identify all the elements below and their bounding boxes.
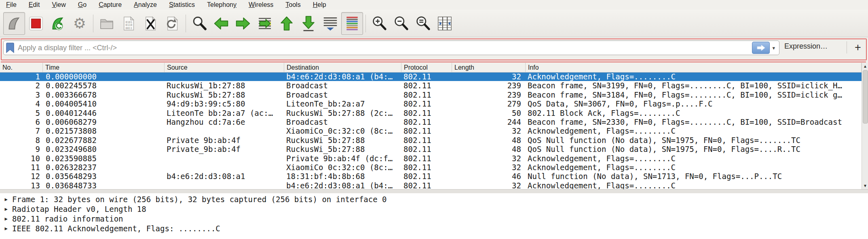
packet-row-12[interactable]: 120.035648293b4:e6:2d:d3:08:a118:31:bf:4… bbox=[0, 172, 862, 181]
cell-time: 0.035648293 bbox=[43, 172, 165, 181]
column-header-length[interactable]: Length bbox=[452, 63, 526, 72]
cell-length: 32 bbox=[452, 72, 526, 81]
cell-protocol: 802.11 bbox=[401, 99, 452, 108]
save-file-button[interactable]: 010101100011 bbox=[118, 12, 139, 35]
column-header-source[interactable]: Source bbox=[165, 63, 284, 72]
packet-row-4[interactable]: 40.00400541094:d9:b3:99:c5:80LiteonTe_bb… bbox=[0, 99, 862, 108]
first-packet-up-arrow-icon bbox=[279, 15, 295, 32]
cell-no: 11 bbox=[0, 163, 43, 172]
reload-file-button[interactable] bbox=[161, 12, 183, 35]
toolbar-separator bbox=[365, 15, 366, 32]
back-arrow-icon bbox=[213, 15, 229, 32]
menu-statistics[interactable]: Statistics bbox=[163, 0, 201, 10]
close-file-button[interactable] bbox=[139, 12, 161, 35]
packet-row-8[interactable]: 80.022677882Private_9b:ab:4fRuckusWi_5b:… bbox=[0, 136, 862, 145]
colorize-icon bbox=[344, 15, 360, 32]
filter-dropdown-caret[interactable]: ▾ bbox=[772, 45, 775, 51]
cell-length: 46 bbox=[452, 172, 526, 181]
column-header-destination[interactable]: Destination bbox=[284, 63, 401, 72]
expand-arrow-icon[interactable]: ▶ bbox=[0, 224, 12, 233]
go-first-packet-button[interactable] bbox=[276, 12, 298, 35]
packet-row-2[interactable]: 20.002245578RuckusWi_1b:27:88Broadcast80… bbox=[0, 81, 862, 90]
open-file-button[interactable] bbox=[96, 12, 118, 35]
gear-icon: ⚙ bbox=[73, 16, 86, 31]
menu-tools[interactable]: Tools bbox=[279, 0, 306, 10]
detail-row-1[interactable]: ▶Frame 1: 32 bytes on wire (256 bits), 3… bbox=[0, 194, 868, 204]
cell-time: 0.004005410 bbox=[43, 99, 165, 108]
go-to-packet-button[interactable] bbox=[254, 12, 276, 35]
display-filter-input[interactable] bbox=[15, 43, 752, 53]
packet-row-3[interactable]: 30.003366678RuckusWi_5b:27:88Broadcast80… bbox=[0, 90, 862, 99]
resize-columns-button[interactable] bbox=[434, 12, 456, 35]
packet-list-scrollbar[interactable]: ▲ ▼ bbox=[862, 63, 868, 189]
zoom-in-button[interactable] bbox=[368, 12, 390, 35]
go-forward-button[interactable] bbox=[232, 12, 254, 35]
folder-icon bbox=[99, 15, 115, 32]
search-icon bbox=[191, 15, 207, 32]
zoom-out-button[interactable] bbox=[390, 12, 412, 35]
go-back-button[interactable] bbox=[210, 12, 232, 35]
column-header-protocol[interactable]: Protocol bbox=[401, 63, 452, 72]
packet-list: 10.000000000b4:e6:2d:d3:08:a1 (b4:…802.1… bbox=[0, 72, 862, 189]
menu-help[interactable]: Help bbox=[307, 0, 332, 10]
filter-bookmark-icon[interactable] bbox=[6, 43, 15, 53]
add-filter-button[interactable]: + bbox=[851, 39, 865, 56]
scroll-down-icon[interactable]: ▼ bbox=[862, 182, 868, 189]
detail-row-4[interactable]: ▶IEEE 802.11 Acknowledgement, Flags: ...… bbox=[0, 224, 868, 233]
packet-row-1[interactable]: 10.000000000b4:e6:2d:d3:08:a1 (b4:…802.1… bbox=[0, 72, 862, 81]
cell-no: 3 bbox=[0, 90, 43, 99]
column-header-no[interactable]: No. bbox=[0, 63, 43, 72]
expand-arrow-icon[interactable]: ▶ bbox=[0, 214, 12, 224]
column-header-info[interactable]: Info bbox=[526, 63, 862, 72]
packet-row-6[interactable]: 60.006068279Hangzhou_cd:7a:6eBroadcast80… bbox=[0, 117, 862, 126]
menu-view[interactable]: View bbox=[46, 0, 72, 10]
menu-edit[interactable]: Edit bbox=[23, 0, 46, 10]
sharkfin-icon bbox=[6, 15, 22, 32]
packet-row-10[interactable]: 100.023590885Private_9b:ab:4f (dc:f…802.… bbox=[0, 154, 862, 163]
packet-row-13[interactable]: 130.036848733b4:e6:2d:d3:08:a1 (b4:…802.… bbox=[0, 181, 862, 189]
cell-source: 94:d9:b3:99:c5:80 bbox=[165, 99, 284, 108]
cell-protocol: 802.11 bbox=[401, 181, 452, 189]
zoom-normal-button[interactable] bbox=[412, 12, 434, 35]
stop-capture-button[interactable] bbox=[25, 12, 47, 35]
detail-row-2[interactable]: ▶Radiotap Header v0, Length 18 bbox=[0, 204, 868, 214]
menu-telephony[interactable]: Telephony bbox=[201, 0, 243, 10]
cell-destination: RuckusWi_5b:27:88 (2c:… bbox=[284, 109, 401, 117]
zoom-100-icon bbox=[415, 15, 431, 32]
cell-length: 279 bbox=[452, 99, 526, 108]
find-packet-button[interactable] bbox=[188, 12, 210, 35]
cell-info: Acknowledgement, Flags=........C bbox=[526, 163, 862, 172]
apply-filter-button[interactable] bbox=[752, 42, 770, 54]
colorize-packets-button[interactable] bbox=[341, 12, 363, 35]
cell-protocol: 802.11 bbox=[401, 154, 452, 163]
packet-row-11[interactable]: 110.026328237XiaomiCo_0c:32:c0 (8c:…802.… bbox=[0, 163, 862, 172]
menu-analyze[interactable]: Analyze bbox=[128, 0, 163, 10]
packet-row-5[interactable]: 50.004012446LiteonTe_bb:2a:a7 (ac:…Rucku… bbox=[0, 109, 862, 117]
go-last-packet-button[interactable] bbox=[298, 12, 319, 35]
expand-arrow-icon[interactable]: ▶ bbox=[0, 204, 12, 214]
menu-file[interactable]: File bbox=[0, 0, 23, 10]
display-filter-field[interactable]: ▾ bbox=[3, 41, 779, 55]
cell-time: 0.023590885 bbox=[43, 154, 165, 163]
capture-options-button[interactable]: ⚙ bbox=[69, 12, 91, 35]
scroll-up-icon[interactable]: ▲ bbox=[862, 63, 868, 70]
auto-scroll-button[interactable] bbox=[319, 12, 341, 35]
detail-row-3[interactable]: ▶802.11 radio information bbox=[0, 214, 868, 224]
menu-wireless[interactable]: Wireless bbox=[243, 0, 279, 10]
cell-protocol: 802.11 bbox=[401, 81, 452, 90]
cell-no: 1 bbox=[0, 72, 43, 81]
column-header-time[interactable]: Time bbox=[43, 63, 165, 72]
expression-button[interactable]: Expression… bbox=[784, 42, 828, 51]
packet-row-7[interactable]: 70.021573808XiaomiCo_0c:32:c0 (8c:…802.1… bbox=[0, 126, 862, 135]
cell-no: 8 bbox=[0, 136, 43, 145]
expand-arrow-icon[interactable]: ▶ bbox=[0, 194, 12, 204]
menu-capture[interactable]: Capture bbox=[93, 0, 128, 10]
restart-icon bbox=[50, 15, 66, 32]
restart-capture-button[interactable] bbox=[47, 12, 69, 35]
packet-row-9[interactable]: 90.023249680Private_9b:ab:4fRuckusWi_5b:… bbox=[0, 145, 862, 154]
menu-go[interactable]: Go bbox=[72, 0, 93, 10]
start-capture-button[interactable] bbox=[3, 12, 25, 35]
filter-toolbar: ▾ Expression… + bbox=[0, 37, 868, 63]
cell-no: 7 bbox=[0, 126, 43, 135]
scrollbar-thumb[interactable] bbox=[863, 70, 868, 124]
